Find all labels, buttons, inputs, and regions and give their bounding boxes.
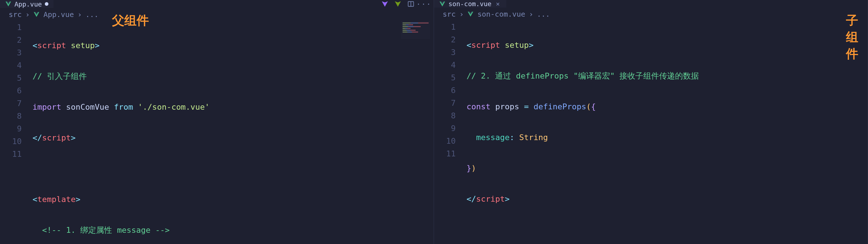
annotation-child: 子组件: [846, 12, 868, 62]
tab-son-com-vue[interactable]: son-com.vue ×: [434, 0, 506, 8]
line-gutter: 1 2 3 4 5 6 7 8 9 10 11: [434, 21, 467, 244]
line-number: 8: [434, 109, 456, 122]
vite-icon[interactable]: [381, 0, 389, 8]
line-number: 7: [0, 97, 22, 110]
chevron-right-icon: ›: [529, 10, 533, 18]
breadcrumb-folder: src: [443, 10, 456, 18]
line-gutter: 1 2 3 4 5 6 7 8 9 10 11: [0, 21, 33, 244]
vue-icon: [439, 1, 446, 7]
line-number: 3: [0, 46, 22, 59]
line-number: 6: [434, 84, 456, 97]
line-number: 10: [0, 135, 22, 148]
minimap[interactable]: [401, 21, 430, 39]
code-content[interactable]: <script setup> // 引入子组件 import sonComVue…: [33, 21, 434, 244]
line-number: 4: [0, 59, 22, 72]
close-icon[interactable]: ×: [494, 0, 501, 8]
tab-bar: son-com.vue ×: [434, 0, 868, 8]
chevron-right-icon: ›: [77, 10, 82, 19]
breadcrumb-file: son-com.vue: [477, 10, 525, 18]
breadcrumb-trail: ...: [537, 10, 550, 18]
line-number: 11: [0, 148, 22, 160]
line-number: 5: [0, 72, 22, 84]
line-number: 11: [434, 147, 456, 160]
vue-icon: [467, 11, 474, 17]
line-number: 6: [0, 84, 22, 97]
vue-icon: [5, 1, 12, 7]
tab-app-vue[interactable]: App.vue: [0, 0, 53, 8]
line-number: 3: [434, 46, 456, 59]
tab-actions: ···: [375, 0, 434, 8]
line-number: 1: [0, 21, 22, 34]
vitest-icon[interactable]: [394, 0, 402, 8]
line-number: 9: [434, 122, 456, 135]
tab-bar: App.vue ···: [0, 0, 434, 8]
breadcrumb-file: App.vue: [43, 10, 74, 19]
modified-indicator-icon: [45, 2, 48, 6]
editor-pane-left: 父组件 App.vue ··· src › App.vue: [0, 0, 434, 244]
line-number: 2: [0, 34, 22, 46]
chevron-right-icon: ›: [25, 10, 30, 19]
line-number: 2: [434, 33, 456, 46]
line-number: 4: [434, 59, 456, 71]
chevron-right-icon: ›: [459, 10, 464, 18]
vue-icon: [33, 11, 40, 18]
breadcrumb-trail: ...: [86, 10, 99, 19]
breadcrumb[interactable]: src › son-com.vue › ...: [434, 8, 868, 21]
breadcrumb[interactable]: src › App.vue › ...: [0, 8, 434, 21]
line-number: 8: [0, 110, 22, 122]
annotation-parent: 父组件: [112, 12, 149, 29]
line-number: 1: [434, 21, 456, 33]
tab-label: App.vue: [14, 0, 42, 8]
code-editor[interactable]: 1 2 3 4 5 6 7 8 9 10 11 <script setup> /…: [434, 21, 868, 244]
line-number: 5: [434, 71, 456, 84]
more-actions-icon[interactable]: ···: [420, 0, 428, 8]
line-number: 10: [434, 135, 456, 147]
line-number: 7: [434, 97, 456, 109]
editor-pane-right: 子组件 son-com.vue × src › son-com.vue › ..…: [434, 0, 868, 244]
split-editor-icon[interactable]: [407, 0, 415, 8]
breadcrumb-folder: src: [9, 10, 22, 19]
tab-label: son-com.vue: [448, 0, 491, 8]
code-editor[interactable]: 1 2 3 4 5 6 7 8 9 10 11 <script setup> /…: [0, 21, 434, 244]
code-content[interactable]: <script setup> // 2. 通过 defineProps "编译器…: [467, 21, 868, 244]
line-number: 9: [0, 122, 22, 135]
